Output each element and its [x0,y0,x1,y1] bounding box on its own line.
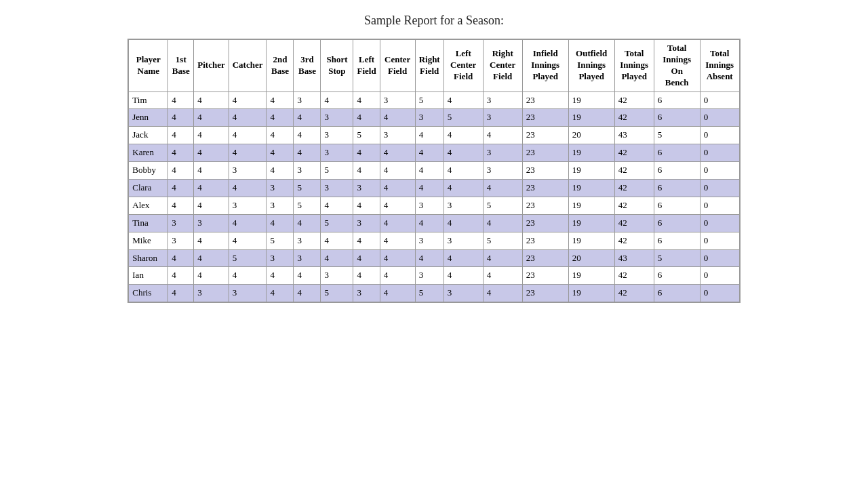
cell-1b: 4 [168,92,194,109]
table-row: Chris4334453453423194260 [129,285,739,302]
cell-catcher: 4 [229,144,267,162]
cell-2b: 3 [267,180,294,197]
cell-oip: 20 [568,249,614,267]
cell-player: Karen [129,144,168,162]
cell-rf: 5 [415,92,443,109]
cell-rcf: 3 [483,144,522,162]
cell-tiob: 6 [654,92,700,109]
cell-iip: 23 [522,127,568,144]
cell-2b: 4 [267,214,294,232]
cell-iip: 23 [522,144,568,162]
cell-ss: 3 [321,267,353,285]
cell-player: Jenn [129,109,168,127]
cell-1b: 3 [168,214,194,232]
cell-1b: 4 [168,144,194,162]
cell-tip: 42 [614,92,654,109]
cell-1b: 3 [168,232,194,249]
table-row: Clara4443533444423194260 [129,180,739,197]
cell-2b: 4 [267,127,294,144]
cell-iip: 23 [522,285,568,302]
cell-cf: 4 [380,267,415,285]
cell-pitcher: 3 [194,214,229,232]
cell-catcher: 3 [229,285,267,302]
cell-rcf: 4 [483,127,522,144]
cell-tiob: 6 [654,285,700,302]
cell-tiob: 6 [654,180,700,197]
cell-cf: 4 [380,285,415,302]
cell-iip: 23 [522,92,568,109]
cell-rcf: 4 [483,214,522,232]
cell-tip: 42 [614,285,654,302]
col-header-1b: 1stBase [168,40,194,92]
cell-cf: 3 [380,92,415,109]
cell-3b: 5 [294,197,321,214]
col-header-lcf: LeftCenterField [443,40,483,92]
cell-ss: 3 [321,109,353,127]
cell-ss: 3 [321,144,353,162]
cell-pitcher: 4 [194,232,229,249]
col-header-iip: InfieldInningsPlayed [522,40,568,92]
col-header-tip: TotalInningsPlayed [614,40,654,92]
cell-catcher: 4 [229,180,267,197]
col-header-2b: 2ndBase [267,40,294,92]
cell-3b: 4 [294,109,321,127]
cell-cf: 4 [380,162,415,180]
cell-1b: 4 [168,285,194,302]
cell-ss: 4 [321,197,353,214]
cell-catcher: 3 [229,162,267,180]
cell-2b: 4 [267,92,294,109]
cell-2b: 3 [267,249,294,267]
cell-pitcher: 4 [194,180,229,197]
cell-lcf: 3 [443,232,483,249]
cell-oip: 19 [568,144,614,162]
cell-tip: 42 [614,109,654,127]
cell-oip: 19 [568,109,614,127]
cell-cf: 4 [380,214,415,232]
cell-lf: 3 [353,214,380,232]
cell-lcf: 4 [443,127,483,144]
cell-lcf: 4 [443,92,483,109]
cell-ss: 5 [321,214,353,232]
cell-rcf: 5 [483,197,522,214]
cell-cf: 4 [380,249,415,267]
cell-ss: 4 [321,92,353,109]
cell-iip: 23 [522,180,568,197]
col-header-tiob: TotalInningsOnBench [654,40,700,92]
cell-tiob: 6 [654,197,700,214]
cell-oip: 19 [568,267,614,285]
cell-2b: 4 [267,162,294,180]
cell-tia: 0 [700,232,739,249]
cell-tiob: 6 [654,214,700,232]
cell-lf: 3 [353,285,380,302]
cell-catcher: 4 [229,92,267,109]
cell-catcher: 4 [229,214,267,232]
cell-rcf: 4 [483,180,522,197]
cell-lcf: 4 [443,180,483,197]
cell-pitcher: 3 [194,285,229,302]
cell-lf: 4 [353,144,380,162]
col-header-oip: OutfieldInningsPlayed [568,40,614,92]
cell-rf: 4 [415,180,443,197]
cell-lf: 3 [353,180,380,197]
cell-2b: 4 [267,109,294,127]
cell-pitcher: 4 [194,92,229,109]
table-row: Alex4433544433523194260 [129,197,739,214]
table-row: Bobby4434354444323194260 [129,162,739,180]
cell-rf: 3 [415,197,443,214]
header-row: PlayerName 1stBase Pitcher Catcher 2ndBa… [129,40,739,92]
cell-player: Clara [129,180,168,197]
col-header-player: PlayerName [129,40,168,92]
table-row: Jack4444435344423204350 [129,127,739,144]
cell-pitcher: 4 [194,249,229,267]
cell-oip: 19 [568,180,614,197]
cell-tiob: 5 [654,249,700,267]
cell-3b: 4 [294,267,321,285]
cell-tia: 0 [700,214,739,232]
cell-3b: 3 [294,249,321,267]
cell-pitcher: 4 [194,162,229,180]
cell-cf: 4 [380,144,415,162]
cell-rcf: 4 [483,285,522,302]
cell-rf: 5 [415,285,443,302]
cell-tip: 42 [614,232,654,249]
cell-iip: 23 [522,232,568,249]
